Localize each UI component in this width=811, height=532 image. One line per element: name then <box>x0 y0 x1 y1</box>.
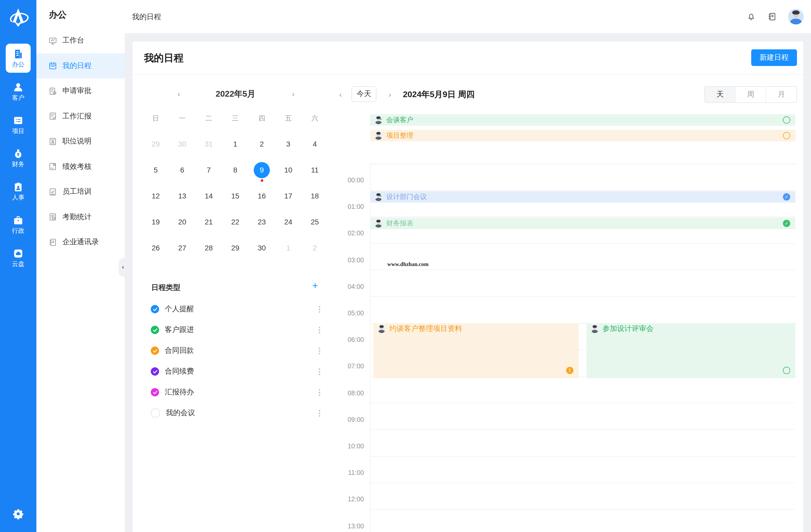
calendar-day[interactable]: 19 <box>142 209 169 235</box>
calendar-day[interactable]: 7 <box>196 157 222 183</box>
view-tab-月[interactable]: 月 <box>766 87 796 103</box>
event-status-circle-icon[interactable] <box>783 367 790 374</box>
event-status-check-icon[interactable]: ✓ <box>783 193 790 201</box>
calendar-day[interactable]: 13 <box>169 183 196 209</box>
mini-calendar-next-icon[interactable]: › <box>289 89 298 98</box>
schedule-event[interactable]: 设计部门会议✓ <box>370 191 795 203</box>
sidebar-item-my-schedule[interactable]: 我的日程 <box>36 53 125 78</box>
event-status-circle-icon[interactable] <box>783 116 790 124</box>
calendar-day[interactable]: 14 <box>196 183 222 209</box>
schedule-type-row: 我的会议 <box>143 403 325 423</box>
calendar-day[interactable]: 8 <box>222 157 248 183</box>
sidebar-collapse-handle[interactable]: ‹ <box>119 258 127 276</box>
brand-logo-icon[interactable] <box>5 6 31 32</box>
day-prev-icon[interactable]: ‹ <box>336 89 345 99</box>
type-checkbox[interactable] <box>151 367 159 376</box>
mini-calendar-grid: 2930311234567891011121314151617181920212… <box>142 131 328 261</box>
notebook-icon[interactable] <box>767 12 777 21</box>
calendar-day[interactable]: 30 <box>169 131 196 157</box>
today-dot <box>260 179 263 182</box>
calendar-day[interactable]: 20 <box>169 209 196 235</box>
sidebar-item-performance[interactable]: 绩效考核 <box>36 154 125 179</box>
calendar-day[interactable]: 22 <box>222 209 248 235</box>
schedule-event[interactable]: 项目整理 <box>370 130 795 141</box>
type-checkbox[interactable] <box>151 388 159 396</box>
calendar-day[interactable]: 23 <box>248 209 275 235</box>
event-status-circle-icon[interactable] <box>783 132 790 139</box>
schedule-event[interactable]: 财务报表✓ <box>370 218 795 229</box>
calendar-day[interactable]: 12 <box>142 183 169 209</box>
calendar-day[interactable]: 29 <box>142 131 169 157</box>
user-avatar[interactable] <box>788 9 804 25</box>
rail-item-customer[interactable]: 客户 <box>6 77 31 106</box>
view-tab-天[interactable]: 天 <box>705 87 735 103</box>
calendar-day[interactable]: 11 <box>302 157 328 183</box>
type-menu-dots-icon[interactable] <box>316 346 323 355</box>
schedule-type-row: 汇报待办 <box>143 382 325 403</box>
calendar-day[interactable]: 15 <box>222 183 248 209</box>
rail-item-cloud[interactable]: 云盘 <box>6 243 31 272</box>
calendar-day[interactable]: 25 <box>302 209 328 235</box>
type-checkbox[interactable] <box>151 346 159 355</box>
grid-line <box>370 296 796 297</box>
type-menu-dots-icon[interactable] <box>316 326 323 334</box>
rail-item-project[interactable]: 项目 <box>6 110 31 139</box>
type-menu-dots-icon[interactable] <box>316 367 323 376</box>
schedule-event[interactable]: 约谈客户整理项目资料! <box>373 323 579 378</box>
day-next-icon[interactable]: › <box>385 89 395 99</box>
type-menu-dots-icon[interactable] <box>316 409 323 417</box>
event-title: 项目整理 <box>386 131 413 140</box>
calendar-day[interactable]: 2 <box>248 131 275 157</box>
sidebar-item-work-report[interactable]: 工作汇报 <box>36 104 125 129</box>
calendar-day[interactable]: 21 <box>196 209 222 235</box>
type-checkbox[interactable] <box>151 408 160 418</box>
calendar-day[interactable]: 31 <box>196 131 222 157</box>
attendee-avatar <box>374 193 383 201</box>
calendar-day[interactable]: 17 <box>275 183 302 209</box>
type-checkbox[interactable] <box>151 305 159 313</box>
calendar-day[interactable]: 27 <box>169 235 196 261</box>
attendee-avatar <box>374 131 383 140</box>
mini-calendar-prev-icon[interactable]: ‹ <box>174 89 184 98</box>
calendar-day[interactable]: 6 <box>169 157 196 183</box>
calendar-day[interactable]: 2 <box>302 235 328 261</box>
calendar-day[interactable]: 3 <box>275 131 302 157</box>
settings-gear-icon[interactable] <box>13 508 24 519</box>
sidebar-item-job-description[interactable]: 职位说明 <box>36 129 125 154</box>
rail-item-finance[interactable]: 财务 <box>6 143 31 172</box>
type-checkbox[interactable] <box>151 326 159 334</box>
calendar-day[interactable]: 10 <box>275 157 302 183</box>
calendar-day[interactable]: 9 <box>248 157 275 183</box>
sidebar-item-workbench[interactable]: 工作台 <box>36 28 125 53</box>
event-title: 约谈客户整理项目资料 <box>389 324 462 333</box>
new-schedule-button[interactable]: 新建日程 <box>751 49 797 66</box>
event-status-check-icon[interactable]: ✓ <box>783 220 790 227</box>
sidebar-item-training[interactable]: 员工培训 <box>36 179 125 204</box>
type-menu-dots-icon[interactable] <box>316 388 323 396</box>
calendar-day[interactable]: 26 <box>142 235 169 261</box>
calendar-day[interactable]: 30 <box>248 235 275 261</box>
sidebar-item-directory[interactable]: 企业通讯录 <box>36 230 125 254</box>
rail-item-hr[interactable]: 人事 <box>6 177 31 206</box>
today-button[interactable]: 今天 <box>351 86 377 102</box>
calendar-day[interactable]: 18 <box>302 183 328 209</box>
calendar-day[interactable]: 24 <box>275 209 302 235</box>
calendar-day[interactable]: 1 <box>222 131 248 157</box>
type-menu-dots-icon[interactable] <box>316 305 323 313</box>
calendar-day[interactable]: 5 <box>142 157 169 183</box>
calendar-day[interactable]: 28 <box>196 235 222 261</box>
schedule-event[interactable]: 参加设计评审会 <box>586 323 795 378</box>
sidebar-item-attendance[interactable]: 考勤统计 <box>36 204 125 229</box>
schedule-event[interactable]: 会谈客户 <box>370 114 795 126</box>
rail-item-admin[interactable]: 行政 <box>6 210 31 239</box>
add-type-plus-icon[interactable]: + <box>309 280 321 292</box>
sidebar-item-approval[interactable]: 申请审批 <box>36 78 125 104</box>
event-status-exclaim-icon[interactable]: ! <box>566 367 573 374</box>
calendar-day[interactable]: 4 <box>302 131 328 157</box>
calendar-day[interactable]: 1 <box>275 235 302 261</box>
calendar-day[interactable]: 16 <box>248 183 275 209</box>
calendar-day[interactable]: 29 <box>222 235 248 261</box>
rail-item-office[interactable]: 办公 <box>6 44 31 73</box>
view-tab-周[interactable]: 周 <box>735 87 766 103</box>
bell-icon[interactable] <box>747 12 756 21</box>
